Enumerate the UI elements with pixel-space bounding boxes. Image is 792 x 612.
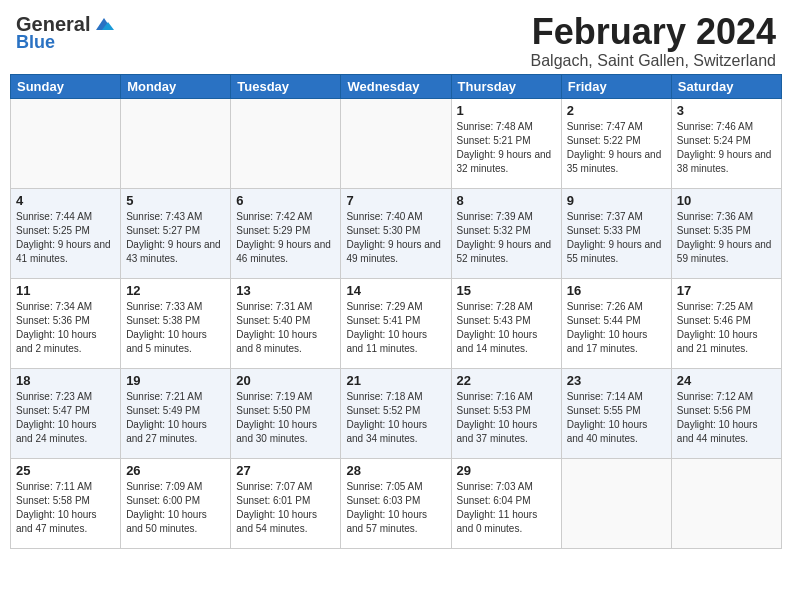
calendar-week-row: 25Sunrise: 7:11 AM Sunset: 5:58 PM Dayli…	[11, 458, 782, 548]
cell-date-number: 27	[236, 463, 335, 478]
cell-date-number: 29	[457, 463, 556, 478]
calendar-cell-10: 10Sunrise: 7:36 AM Sunset: 5:35 PM Dayli…	[671, 188, 781, 278]
calendar-cell-empty	[231, 98, 341, 188]
calendar-cell-12: 12Sunrise: 7:33 AM Sunset: 5:38 PM Dayli…	[121, 278, 231, 368]
cell-date-number: 25	[16, 463, 115, 478]
cell-date-number: 19	[126, 373, 225, 388]
calendar-cell-17: 17Sunrise: 7:25 AM Sunset: 5:46 PM Dayli…	[671, 278, 781, 368]
weekday-header-saturday: Saturday	[671, 74, 781, 98]
cell-info-text: Sunrise: 7:43 AM Sunset: 5:27 PM Dayligh…	[126, 210, 225, 266]
calendar-cell-11: 11Sunrise: 7:34 AM Sunset: 5:36 PM Dayli…	[11, 278, 121, 368]
calendar-cell-7: 7Sunrise: 7:40 AM Sunset: 5:30 PM Daylig…	[341, 188, 451, 278]
calendar-cell-22: 22Sunrise: 7:16 AM Sunset: 5:53 PM Dayli…	[451, 368, 561, 458]
cell-info-text: Sunrise: 7:21 AM Sunset: 5:49 PM Dayligh…	[126, 390, 225, 446]
calendar-cell-25: 25Sunrise: 7:11 AM Sunset: 5:58 PM Dayli…	[11, 458, 121, 548]
cell-info-text: Sunrise: 7:19 AM Sunset: 5:50 PM Dayligh…	[236, 390, 335, 446]
cell-date-number: 22	[457, 373, 556, 388]
cell-info-text: Sunrise: 7:12 AM Sunset: 5:56 PM Dayligh…	[677, 390, 776, 446]
weekday-header-friday: Friday	[561, 74, 671, 98]
calendar-cell-empty	[671, 458, 781, 548]
cell-info-text: Sunrise: 7:46 AM Sunset: 5:24 PM Dayligh…	[677, 120, 776, 176]
calendar-cell-3: 3Sunrise: 7:46 AM Sunset: 5:24 PM Daylig…	[671, 98, 781, 188]
calendar-cell-20: 20Sunrise: 7:19 AM Sunset: 5:50 PM Dayli…	[231, 368, 341, 458]
calendar-cell-2: 2Sunrise: 7:47 AM Sunset: 5:22 PM Daylig…	[561, 98, 671, 188]
calendar-cell-empty	[341, 98, 451, 188]
cell-date-number: 21	[346, 373, 445, 388]
cell-info-text: Sunrise: 7:36 AM Sunset: 5:35 PM Dayligh…	[677, 210, 776, 266]
cell-info-text: Sunrise: 7:26 AM Sunset: 5:44 PM Dayligh…	[567, 300, 666, 356]
cell-date-number: 16	[567, 283, 666, 298]
cell-date-number: 1	[457, 103, 556, 118]
calendar-cell-24: 24Sunrise: 7:12 AM Sunset: 5:56 PM Dayli…	[671, 368, 781, 458]
cell-date-number: 26	[126, 463, 225, 478]
cell-date-number: 7	[346, 193, 445, 208]
cell-date-number: 9	[567, 193, 666, 208]
cell-info-text: Sunrise: 7:14 AM Sunset: 5:55 PM Dayligh…	[567, 390, 666, 446]
cell-info-text: Sunrise: 7:18 AM Sunset: 5:52 PM Dayligh…	[346, 390, 445, 446]
calendar: SundayMondayTuesdayWednesdayThursdayFrid…	[0, 74, 792, 559]
calendar-cell-26: 26Sunrise: 7:09 AM Sunset: 6:00 PM Dayli…	[121, 458, 231, 548]
calendar-cell-4: 4Sunrise: 7:44 AM Sunset: 5:25 PM Daylig…	[11, 188, 121, 278]
calendar-week-row: 18Sunrise: 7:23 AM Sunset: 5:47 PM Dayli…	[11, 368, 782, 458]
calendar-cell-empty	[11, 98, 121, 188]
weekday-header-row: SundayMondayTuesdayWednesdayThursdayFrid…	[11, 74, 782, 98]
calendar-week-row: 1Sunrise: 7:48 AM Sunset: 5:21 PM Daylig…	[11, 98, 782, 188]
calendar-week-row: 11Sunrise: 7:34 AM Sunset: 5:36 PM Dayli…	[11, 278, 782, 368]
calendar-cell-27: 27Sunrise: 7:07 AM Sunset: 6:01 PM Dayli…	[231, 458, 341, 548]
calendar-cell-18: 18Sunrise: 7:23 AM Sunset: 5:47 PM Dayli…	[11, 368, 121, 458]
cell-date-number: 13	[236, 283, 335, 298]
calendar-cell-1: 1Sunrise: 7:48 AM Sunset: 5:21 PM Daylig…	[451, 98, 561, 188]
header: General Blue February 2024 Balgach, Sain…	[0, 0, 792, 74]
cell-info-text: Sunrise: 7:37 AM Sunset: 5:33 PM Dayligh…	[567, 210, 666, 266]
cell-date-number: 6	[236, 193, 335, 208]
cell-info-text: Sunrise: 7:07 AM Sunset: 6:01 PM Dayligh…	[236, 480, 335, 536]
calendar-cell-16: 16Sunrise: 7:26 AM Sunset: 5:44 PM Dayli…	[561, 278, 671, 368]
weekday-header-thursday: Thursday	[451, 74, 561, 98]
cell-date-number: 28	[346, 463, 445, 478]
cell-date-number: 3	[677, 103, 776, 118]
calendar-cell-8: 8Sunrise: 7:39 AM Sunset: 5:32 PM Daylig…	[451, 188, 561, 278]
cell-date-number: 2	[567, 103, 666, 118]
calendar-cell-23: 23Sunrise: 7:14 AM Sunset: 5:55 PM Dayli…	[561, 368, 671, 458]
weekday-header-monday: Monday	[121, 74, 231, 98]
cell-date-number: 10	[677, 193, 776, 208]
cell-info-text: Sunrise: 7:31 AM Sunset: 5:40 PM Dayligh…	[236, 300, 335, 356]
calendar-cell-15: 15Sunrise: 7:28 AM Sunset: 5:43 PM Dayli…	[451, 278, 561, 368]
cell-info-text: Sunrise: 7:11 AM Sunset: 5:58 PM Dayligh…	[16, 480, 115, 536]
cell-date-number: 23	[567, 373, 666, 388]
calendar-week-row: 4Sunrise: 7:44 AM Sunset: 5:25 PM Daylig…	[11, 188, 782, 278]
cell-info-text: Sunrise: 7:34 AM Sunset: 5:36 PM Dayligh…	[16, 300, 115, 356]
calendar-cell-29: 29Sunrise: 7:03 AM Sunset: 6:04 PM Dayli…	[451, 458, 561, 548]
cell-info-text: Sunrise: 7:09 AM Sunset: 6:00 PM Dayligh…	[126, 480, 225, 536]
cell-info-text: Sunrise: 7:44 AM Sunset: 5:25 PM Dayligh…	[16, 210, 115, 266]
calendar-cell-5: 5Sunrise: 7:43 AM Sunset: 5:27 PM Daylig…	[121, 188, 231, 278]
cell-info-text: Sunrise: 7:28 AM Sunset: 5:43 PM Dayligh…	[457, 300, 556, 356]
cell-date-number: 24	[677, 373, 776, 388]
cell-info-text: Sunrise: 7:29 AM Sunset: 5:41 PM Dayligh…	[346, 300, 445, 356]
cell-info-text: Sunrise: 7:03 AM Sunset: 6:04 PM Dayligh…	[457, 480, 556, 536]
cell-info-text: Sunrise: 7:05 AM Sunset: 6:03 PM Dayligh…	[346, 480, 445, 536]
calendar-cell-13: 13Sunrise: 7:31 AM Sunset: 5:40 PM Dayli…	[231, 278, 341, 368]
weekday-header-wednesday: Wednesday	[341, 74, 451, 98]
calendar-cell-empty	[561, 458, 671, 548]
cell-info-text: Sunrise: 7:25 AM Sunset: 5:46 PM Dayligh…	[677, 300, 776, 356]
weekday-header-sunday: Sunday	[11, 74, 121, 98]
cell-date-number: 11	[16, 283, 115, 298]
cell-date-number: 20	[236, 373, 335, 388]
calendar-cell-21: 21Sunrise: 7:18 AM Sunset: 5:52 PM Dayli…	[341, 368, 451, 458]
calendar-cell-19: 19Sunrise: 7:21 AM Sunset: 5:49 PM Dayli…	[121, 368, 231, 458]
cell-info-text: Sunrise: 7:42 AM Sunset: 5:29 PM Dayligh…	[236, 210, 335, 266]
cell-date-number: 12	[126, 283, 225, 298]
cell-info-text: Sunrise: 7:40 AM Sunset: 5:30 PM Dayligh…	[346, 210, 445, 266]
cell-date-number: 15	[457, 283, 556, 298]
cell-info-text: Sunrise: 7:47 AM Sunset: 5:22 PM Dayligh…	[567, 120, 666, 176]
title-area: February 2024 Balgach, Saint Gallen, Swi…	[116, 12, 776, 70]
cell-info-text: Sunrise: 7:39 AM Sunset: 5:32 PM Dayligh…	[457, 210, 556, 266]
cell-date-number: 8	[457, 193, 556, 208]
cell-info-text: Sunrise: 7:16 AM Sunset: 5:53 PM Dayligh…	[457, 390, 556, 446]
cell-date-number: 4	[16, 193, 115, 208]
logo-icon	[92, 12, 116, 36]
cell-date-number: 17	[677, 283, 776, 298]
weekday-header-tuesday: Tuesday	[231, 74, 341, 98]
calendar-table: SundayMondayTuesdayWednesdayThursdayFrid…	[10, 74, 782, 549]
